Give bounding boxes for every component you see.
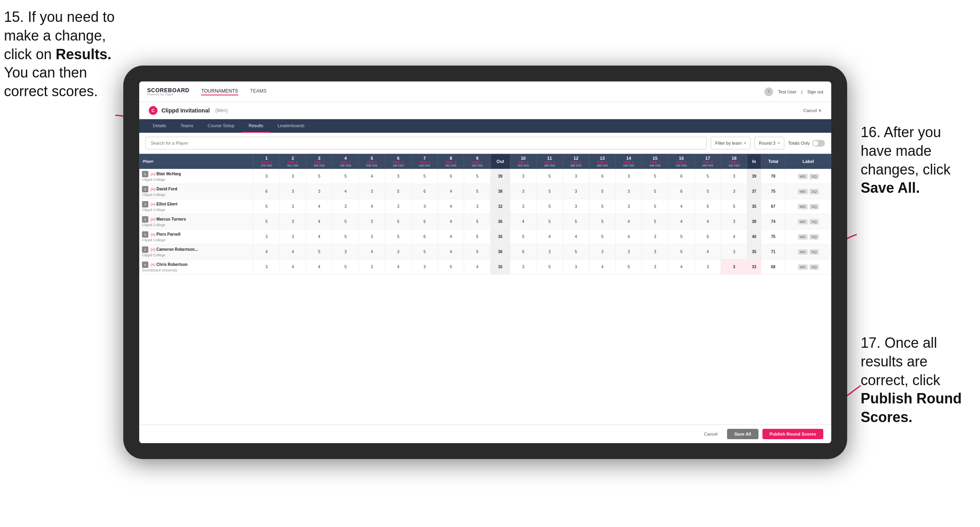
- score-hole-5[interactable]: 4: [359, 244, 385, 260]
- score-hole-15[interactable]: 3: [642, 229, 668, 244]
- score-hole-18[interactable]: 4: [721, 229, 747, 244]
- score-hole-8[interactable]: 4: [438, 214, 464, 229]
- score-hole-7[interactable]: 5: [411, 169, 438, 184]
- score-hole-13[interactable]: 5: [589, 229, 615, 244]
- score-hole-18[interactable]: 3: [721, 244, 747, 260]
- tab-leaderboards[interactable]: Leaderboards: [270, 119, 312, 133]
- score-hole-4[interactable]: 5: [332, 169, 359, 184]
- score-hole-12[interactable]: 4: [563, 229, 589, 244]
- score-hole-14[interactable]: 3: [616, 184, 642, 199]
- score-hole-4[interactable]: 4: [332, 184, 359, 199]
- score-hole-15[interactable]: 5: [642, 214, 668, 229]
- wd-button[interactable]: WD: [798, 264, 808, 270]
- score-hole-1[interactable]: 3: [253, 260, 280, 275]
- score-hole-10[interactable]: 3: [510, 199, 536, 214]
- score-hole-7[interactable]: 3: [411, 199, 438, 214]
- score-hole-13[interactable]: 5: [589, 199, 615, 214]
- score-hole-5[interactable]: 4: [359, 169, 385, 184]
- score-hole-2[interactable]: 3: [280, 214, 306, 229]
- score-hole-9[interactable]: 4: [464, 260, 490, 275]
- score-hole-9[interactable]: 5: [464, 229, 490, 244]
- score-hole-9[interactable]: 5: [464, 169, 490, 184]
- score-hole-8[interactable]: 6: [438, 169, 464, 184]
- signout-link[interactable]: Sign out: [807, 89, 823, 94]
- score-hole-14[interactable]: 3: [616, 199, 642, 214]
- score-hole-4[interactable]: 5: [332, 260, 359, 275]
- score-hole-3[interactable]: 3: [306, 184, 332, 199]
- score-hole-13[interactable]: 5: [589, 214, 615, 229]
- score-hole-7[interactable]: 5: [411, 244, 438, 260]
- wd-button[interactable]: WD: [798, 219, 808, 225]
- score-hole-12[interactable]: 3: [563, 184, 589, 199]
- score-hole-4[interactable]: 5: [332, 214, 359, 229]
- score-hole-17[interactable]: 6: [694, 229, 721, 244]
- dq-button[interactable]: DQ: [809, 249, 819, 255]
- score-hole-16[interactable]: 6: [668, 184, 694, 199]
- score-hole-14[interactable]: 4: [616, 229, 642, 244]
- score-hole-15[interactable]: 5: [642, 184, 668, 199]
- tab-results[interactable]: Results: [241, 119, 270, 133]
- wd-button[interactable]: WD: [798, 249, 808, 255]
- score-hole-12[interactable]: 3: [563, 199, 589, 214]
- score-hole-10[interactable]: 6: [510, 244, 536, 260]
- score-hole-4[interactable]: 3: [332, 244, 359, 260]
- score-hole-2[interactable]: 4: [280, 244, 306, 260]
- score-hole-15[interactable]: 5: [642, 199, 668, 214]
- totals-only-toggle[interactable]: Totals Only: [788, 140, 825, 147]
- score-hole-18[interactable]: 3: [721, 184, 747, 199]
- score-hole-15[interactable]: 5: [642, 169, 668, 184]
- score-hole-9[interactable]: 5: [464, 184, 490, 199]
- score-hole-14[interactable]: 3: [616, 169, 642, 184]
- score-hole-1[interactable]: 5: [253, 214, 280, 229]
- score-hole-8[interactable]: 4: [438, 199, 464, 214]
- score-hole-10[interactable]: 5: [510, 229, 536, 244]
- score-hole-11[interactable]: 3: [537, 244, 563, 260]
- score-hole-13[interactable]: 5: [589, 184, 615, 199]
- score-hole-8[interactable]: 4: [438, 229, 464, 244]
- score-hole-2[interactable]: 4: [280, 260, 306, 275]
- score-hole-6[interactable]: 3: [385, 169, 411, 184]
- score-hole-11[interactable]: 4: [537, 229, 563, 244]
- score-hole-18[interactable]: 3: [721, 214, 747, 229]
- tab-course-setup[interactable]: Course Setup: [200, 119, 241, 133]
- search-input[interactable]: [146, 137, 707, 149]
- score-hole-12[interactable]: 5: [563, 214, 589, 229]
- dq-button[interactable]: DQ: [809, 174, 819, 179]
- score-hole-17[interactable]: 5: [694, 184, 721, 199]
- tab-details[interactable]: Details: [146, 119, 173, 133]
- score-hole-12[interactable]: 5: [563, 244, 589, 260]
- cancel-footer-button[interactable]: Cancel: [698, 429, 723, 439]
- score-hole-8[interactable]: 4: [438, 184, 464, 199]
- score-hole-6[interactable]: 3: [385, 199, 411, 214]
- nav-teams[interactable]: TEAMS: [250, 88, 266, 95]
- score-hole-11[interactable]: 5: [537, 184, 563, 199]
- score-hole-14[interactable]: 3: [616, 244, 642, 260]
- score-hole-16[interactable]: 6: [668, 169, 694, 184]
- score-hole-6[interactable]: 4: [385, 260, 411, 275]
- score-hole-13[interactable]: 3: [589, 244, 615, 260]
- score-hole-12[interactable]: 3: [563, 169, 589, 184]
- score-hole-5[interactable]: 4: [359, 199, 385, 214]
- score-hole-3[interactable]: 4: [306, 199, 332, 214]
- score-hole-3[interactable]: 5: [306, 244, 332, 260]
- score-hole-2[interactable]: 3: [280, 169, 306, 184]
- score-hole-5[interactable]: 3: [359, 184, 385, 199]
- round-dropdown[interactable]: Round 3 ▾: [754, 137, 784, 149]
- dq-button[interactable]: DQ: [809, 204, 819, 209]
- score-hole-15[interactable]: 3: [642, 244, 668, 260]
- score-hole-9[interactable]: 3: [464, 199, 490, 214]
- score-hole-18[interactable]: 3: [721, 260, 747, 275]
- score-hole-11[interactable]: 5: [537, 260, 563, 275]
- score-hole-3[interactable]: 4: [306, 214, 332, 229]
- score-hole-1[interactable]: 6: [253, 184, 280, 199]
- score-hole-3[interactable]: 4: [306, 229, 332, 244]
- dq-button[interactable]: DQ: [809, 264, 819, 270]
- score-hole-17[interactable]: 5: [694, 169, 721, 184]
- score-hole-11[interactable]: 5: [537, 169, 563, 184]
- score-hole-15[interactable]: 3: [642, 260, 668, 275]
- score-hole-2[interactable]: 3: [280, 229, 306, 244]
- score-hole-16[interactable]: 4: [668, 214, 694, 229]
- score-hole-7[interactable]: 6: [411, 214, 438, 229]
- score-hole-17[interactable]: 4: [694, 244, 721, 260]
- score-hole-8[interactable]: 5: [438, 260, 464, 275]
